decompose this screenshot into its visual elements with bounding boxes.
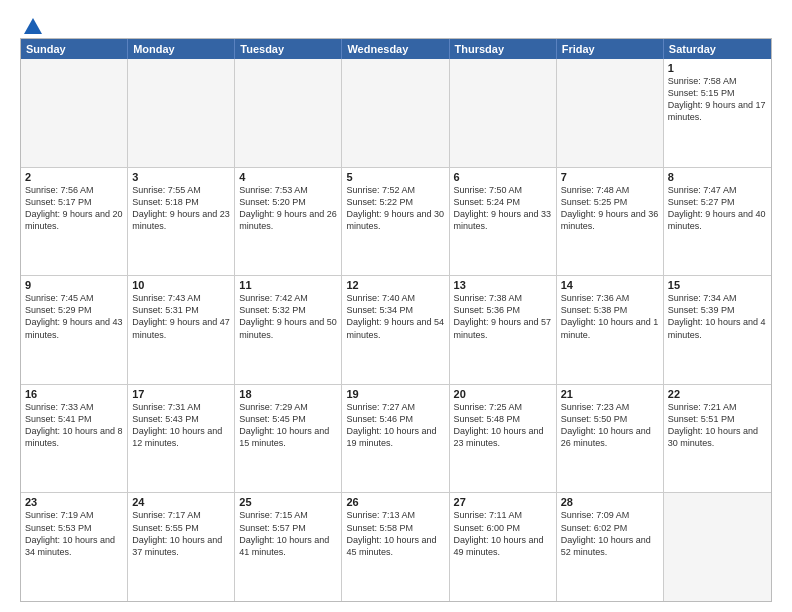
calendar-cell: [450, 59, 557, 167]
day-number: 16: [25, 388, 123, 400]
day-info: Sunrise: 7:50 AM Sunset: 5:24 PM Dayligh…: [454, 184, 552, 233]
day-info: Sunrise: 7:52 AM Sunset: 5:22 PM Dayligh…: [346, 184, 444, 233]
calendar-cell: 4Sunrise: 7:53 AM Sunset: 5:20 PM Daylig…: [235, 168, 342, 276]
calendar-cell: 6Sunrise: 7:50 AM Sunset: 5:24 PM Daylig…: [450, 168, 557, 276]
day-info: Sunrise: 7:55 AM Sunset: 5:18 PM Dayligh…: [132, 184, 230, 233]
calendar-body: 1Sunrise: 7:58 AM Sunset: 5:15 PM Daylig…: [21, 59, 771, 601]
weekday-header: Tuesday: [235, 39, 342, 59]
logo: [20, 16, 44, 32]
weekday-header: Sunday: [21, 39, 128, 59]
calendar-cell: 21Sunrise: 7:23 AM Sunset: 5:50 PM Dayli…: [557, 385, 664, 493]
calendar-cell: 9Sunrise: 7:45 AM Sunset: 5:29 PM Daylig…: [21, 276, 128, 384]
day-number: 4: [239, 171, 337, 183]
calendar-cell: 22Sunrise: 7:21 AM Sunset: 5:51 PM Dayli…: [664, 385, 771, 493]
weekday-header: Thursday: [450, 39, 557, 59]
day-info: Sunrise: 7:53 AM Sunset: 5:20 PM Dayligh…: [239, 184, 337, 233]
calendar-cell: [235, 59, 342, 167]
day-number: 1: [668, 62, 767, 74]
day-info: Sunrise: 7:27 AM Sunset: 5:46 PM Dayligh…: [346, 401, 444, 450]
calendar-row: 16Sunrise: 7:33 AM Sunset: 5:41 PM Dayli…: [21, 385, 771, 494]
day-info: Sunrise: 7:29 AM Sunset: 5:45 PM Dayligh…: [239, 401, 337, 450]
day-info: Sunrise: 7:40 AM Sunset: 5:34 PM Dayligh…: [346, 292, 444, 341]
weekday-header: Wednesday: [342, 39, 449, 59]
day-info: Sunrise: 7:36 AM Sunset: 5:38 PM Dayligh…: [561, 292, 659, 341]
calendar-cell: 24Sunrise: 7:17 AM Sunset: 5:55 PM Dayli…: [128, 493, 235, 601]
day-number: 17: [132, 388, 230, 400]
day-info: Sunrise: 7:38 AM Sunset: 5:36 PM Dayligh…: [454, 292, 552, 341]
weekday-header: Friday: [557, 39, 664, 59]
calendar-cell: [128, 59, 235, 167]
day-number: 18: [239, 388, 337, 400]
calendar-cell: 18Sunrise: 7:29 AM Sunset: 5:45 PM Dayli…: [235, 385, 342, 493]
calendar-row: 2Sunrise: 7:56 AM Sunset: 5:17 PM Daylig…: [21, 168, 771, 277]
day-number: 5: [346, 171, 444, 183]
svg-marker-0: [24, 18, 42, 34]
day-number: 14: [561, 279, 659, 291]
day-number: 8: [668, 171, 767, 183]
weekday-header: Monday: [128, 39, 235, 59]
calendar-cell: [342, 59, 449, 167]
day-number: 15: [668, 279, 767, 291]
day-info: Sunrise: 7:34 AM Sunset: 5:39 PM Dayligh…: [668, 292, 767, 341]
calendar-row: 1Sunrise: 7:58 AM Sunset: 5:15 PM Daylig…: [21, 59, 771, 168]
day-number: 27: [454, 496, 552, 508]
day-number: 3: [132, 171, 230, 183]
weekday-header: Saturday: [664, 39, 771, 59]
day-number: 13: [454, 279, 552, 291]
day-number: 24: [132, 496, 230, 508]
calendar-cell: 3Sunrise: 7:55 AM Sunset: 5:18 PM Daylig…: [128, 168, 235, 276]
calendar-cell: 23Sunrise: 7:19 AM Sunset: 5:53 PM Dayli…: [21, 493, 128, 601]
calendar-cell: 27Sunrise: 7:11 AM Sunset: 6:00 PM Dayli…: [450, 493, 557, 601]
calendar-cell: [21, 59, 128, 167]
day-number: 2: [25, 171, 123, 183]
day-info: Sunrise: 7:13 AM Sunset: 5:58 PM Dayligh…: [346, 509, 444, 558]
day-info: Sunrise: 7:15 AM Sunset: 5:57 PM Dayligh…: [239, 509, 337, 558]
calendar-cell: 20Sunrise: 7:25 AM Sunset: 5:48 PM Dayli…: [450, 385, 557, 493]
calendar-cell: 25Sunrise: 7:15 AM Sunset: 5:57 PM Dayli…: [235, 493, 342, 601]
calendar-cell: 7Sunrise: 7:48 AM Sunset: 5:25 PM Daylig…: [557, 168, 664, 276]
day-info: Sunrise: 7:17 AM Sunset: 5:55 PM Dayligh…: [132, 509, 230, 558]
day-info: Sunrise: 7:11 AM Sunset: 6:00 PM Dayligh…: [454, 509, 552, 558]
calendar-cell: 12Sunrise: 7:40 AM Sunset: 5:34 PM Dayli…: [342, 276, 449, 384]
calendar-cell: 5Sunrise: 7:52 AM Sunset: 5:22 PM Daylig…: [342, 168, 449, 276]
calendar-cell: 28Sunrise: 7:09 AM Sunset: 6:02 PM Dayli…: [557, 493, 664, 601]
header: [20, 16, 772, 32]
day-number: 20: [454, 388, 552, 400]
day-info: Sunrise: 7:56 AM Sunset: 5:17 PM Dayligh…: [25, 184, 123, 233]
day-number: 28: [561, 496, 659, 508]
day-info: Sunrise: 7:19 AM Sunset: 5:53 PM Dayligh…: [25, 509, 123, 558]
day-info: Sunrise: 7:23 AM Sunset: 5:50 PM Dayligh…: [561, 401, 659, 450]
calendar-cell: [557, 59, 664, 167]
day-info: Sunrise: 7:25 AM Sunset: 5:48 PM Dayligh…: [454, 401, 552, 450]
calendar-cell: 15Sunrise: 7:34 AM Sunset: 5:39 PM Dayli…: [664, 276, 771, 384]
day-info: Sunrise: 7:21 AM Sunset: 5:51 PM Dayligh…: [668, 401, 767, 450]
day-number: 12: [346, 279, 444, 291]
calendar-cell: 8Sunrise: 7:47 AM Sunset: 5:27 PM Daylig…: [664, 168, 771, 276]
calendar-cell: 2Sunrise: 7:56 AM Sunset: 5:17 PM Daylig…: [21, 168, 128, 276]
day-info: Sunrise: 7:47 AM Sunset: 5:27 PM Dayligh…: [668, 184, 767, 233]
day-info: Sunrise: 7:45 AM Sunset: 5:29 PM Dayligh…: [25, 292, 123, 341]
day-number: 10: [132, 279, 230, 291]
day-number: 7: [561, 171, 659, 183]
calendar-cell: 11Sunrise: 7:42 AM Sunset: 5:32 PM Dayli…: [235, 276, 342, 384]
day-number: 25: [239, 496, 337, 508]
calendar-cell: 14Sunrise: 7:36 AM Sunset: 5:38 PM Dayli…: [557, 276, 664, 384]
calendar-row: 23Sunrise: 7:19 AM Sunset: 5:53 PM Dayli…: [21, 493, 771, 601]
calendar: SundayMondayTuesdayWednesdayThursdayFrid…: [20, 38, 772, 602]
day-info: Sunrise: 7:42 AM Sunset: 5:32 PM Dayligh…: [239, 292, 337, 341]
calendar-cell: 26Sunrise: 7:13 AM Sunset: 5:58 PM Dayli…: [342, 493, 449, 601]
day-number: 19: [346, 388, 444, 400]
day-info: Sunrise: 7:31 AM Sunset: 5:43 PM Dayligh…: [132, 401, 230, 450]
day-info: Sunrise: 7:58 AM Sunset: 5:15 PM Dayligh…: [668, 75, 767, 124]
day-number: 21: [561, 388, 659, 400]
calendar-cell: [664, 493, 771, 601]
day-number: 11: [239, 279, 337, 291]
day-info: Sunrise: 7:43 AM Sunset: 5:31 PM Dayligh…: [132, 292, 230, 341]
calendar-row: 9Sunrise: 7:45 AM Sunset: 5:29 PM Daylig…: [21, 276, 771, 385]
day-number: 6: [454, 171, 552, 183]
day-number: 26: [346, 496, 444, 508]
page: SundayMondayTuesdayWednesdayThursdayFrid…: [0, 0, 792, 612]
day-info: Sunrise: 7:48 AM Sunset: 5:25 PM Dayligh…: [561, 184, 659, 233]
day-number: 9: [25, 279, 123, 291]
calendar-cell: 10Sunrise: 7:43 AM Sunset: 5:31 PM Dayli…: [128, 276, 235, 384]
